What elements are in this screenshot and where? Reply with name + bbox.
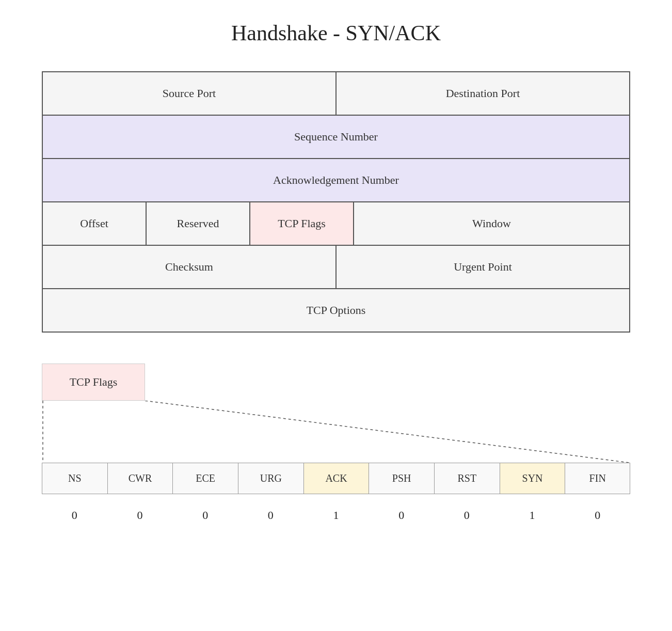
flag-value-fin: 0 [595,509,600,522]
flag-cell-fin: FIN [565,463,630,494]
source-port-cell: Source Port [43,72,337,115]
flag-value-col-urg: 0 [238,500,303,522]
tcp-options-cell: TCP Options [43,289,629,332]
ports-row: Source Port Destination Port [43,72,629,116]
flags-breakdown-section: TCP Flags NSCWRECEURGACKPSHRSTSYNFIN 000… [42,364,630,522]
seq-number-cell: Sequence Number [43,116,629,158]
flag-col-syn: SYN [500,463,565,494]
checksum-cell: Checksum [43,246,337,288]
flag-cell-ece: ECE [172,463,238,494]
reserved-label: Reserved [177,217,219,230]
flags-grid: NSCWRECEURGACKPSHRSTSYNFIN [42,463,630,494]
flag-value-psh: 0 [398,509,404,522]
ack-number-cell: Acknowledgement Number [43,159,629,201]
tcp-flags-label: TCP Flags [278,217,326,230]
flag-col-ece: ECE [172,463,238,494]
flag-cell-ns: NS [42,463,107,494]
urgent-point-cell: Urgent Point [337,246,629,288]
urgent-point-label: Urgent Point [454,260,512,274]
connector-svg [42,401,630,463]
flag-value-col-syn: 1 [500,500,565,522]
svg-line-1 [145,401,629,463]
flag-value-col-ece: 0 [172,500,238,522]
flag-col-urg: URG [238,463,303,494]
flag-value-syn: 1 [530,509,535,522]
window-label: Window [472,217,511,230]
seq-number-label: Sequence Number [294,130,378,144]
tcp-flags-breakdown-box: TCP Flags [42,364,145,401]
dest-port-label: Destination Port [446,87,520,100]
reserved-cell: Reserved [147,202,250,245]
tcp-header-diagram: Source Port Destination Port Sequence Nu… [42,71,630,333]
flag-col-ns: NS [42,463,107,494]
checksum-row: Checksum Urgent Point [43,246,629,289]
dest-port-cell: Destination Port [337,72,629,115]
flag-cell-ack: ACK [303,463,369,494]
flag-value-col-cwr: 0 [107,500,173,522]
page-title: Handshake - SYN/ACK [231,21,441,45]
tcp-flags-cell: TCP Flags [250,202,354,245]
offset-label: Offset [80,217,108,230]
flag-value-ack: 1 [333,509,339,522]
flag-cell-psh: PSH [369,463,434,494]
flag-col-psh: PSH [369,463,434,494]
flag-cell-syn: SYN [500,463,565,494]
flag-value-rst: 0 [464,509,470,522]
options-row: TCP Options [43,289,629,332]
flags-values: 000010010 [42,500,630,522]
flag-cell-urg: URG [238,463,303,494]
ack-row: Acknowledgement Number [43,159,629,202]
seq-row: Sequence Number [43,116,629,159]
flag-value-cwr: 0 [137,509,143,522]
dotted-connector [42,401,630,463]
flag-value-ece: 0 [202,509,208,522]
window-cell: Window [354,202,629,245]
flag-cell-cwr: CWR [107,463,173,494]
flag-value-ns: 0 [72,509,77,522]
flag-col-fin: FIN [565,463,630,494]
flag-value-col-ns: 0 [42,500,107,522]
tcp-options-label: TCP Options [307,304,366,317]
control-row: Offset Reserved TCP Flags Window [43,202,629,246]
tcp-flags-breakdown-label: TCP Flags [70,375,118,389]
offset-cell: Offset [43,202,147,245]
ack-number-label: Acknowledgement Number [273,173,399,187]
flag-col-cwr: CWR [107,463,173,494]
checksum-label: Checksum [165,260,213,274]
flag-col-rst: RST [434,463,500,494]
flag-value-col-fin: 0 [565,500,630,522]
flag-cell-rst: RST [434,463,500,494]
flag-value-col-ack: 1 [303,500,369,522]
flag-value-col-rst: 0 [434,500,500,522]
source-port-label: Source Port [163,87,216,100]
flag-value-col-psh: 0 [369,500,434,522]
flag-value-urg: 0 [268,509,274,522]
flag-col-ack: ACK [303,463,369,494]
